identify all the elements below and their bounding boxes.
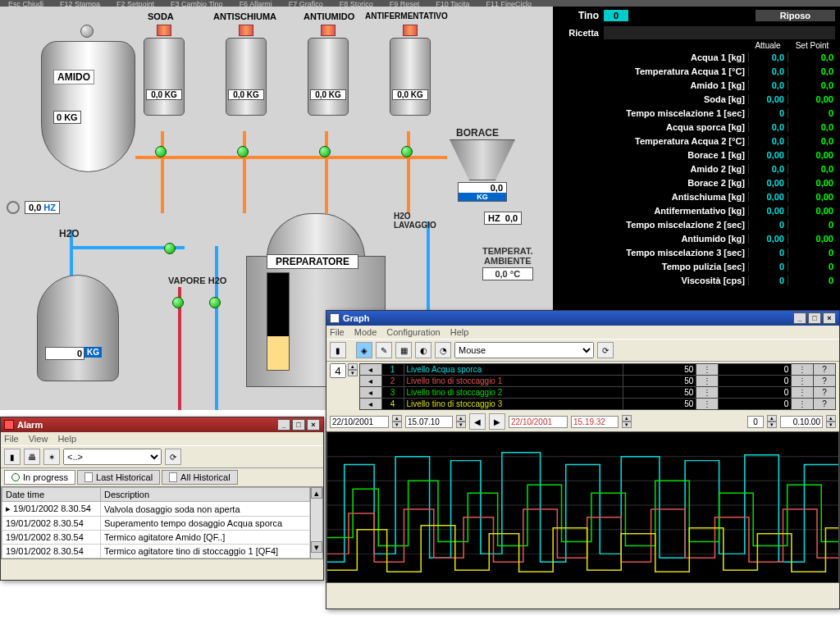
graph-menubar[interactable]: File Mode Configuration Help — [326, 326, 839, 339]
table-row[interactable]: ▸ 19/01/2002 8.30.54Valvola dosaggio sod… — [2, 502, 310, 517]
data-row: Soda [kg]0,000,00 — [553, 92, 840, 106]
h2o-label: H2O — [59, 228, 80, 239]
alarm-table[interactable]: Date timeDescription ▸ 19/01/2002 8.30.5… — [2, 487, 310, 558]
tank-antiumido: 0,0 KG — [304, 25, 353, 116]
data-row: Temperatura Acqua 1 [°C]0,00,0 — [553, 64, 840, 78]
maximize-button[interactable]: □ — [808, 312, 821, 324]
tank-antifermentativo: 0,0 KG — [386, 25, 435, 116]
data-row: Amido 2 [kg]0,00,0 — [553, 162, 840, 175]
valve-h2o[interactable] — [209, 297, 221, 308]
signal-row[interactable]: ◂2Livello tino di stoccaggio 150⋮0⋮? — [360, 376, 836, 387]
data-row: Tempo pulizia [sec]00 — [553, 259, 840, 273]
data-row: Tempo miscelazione 1 [sec]00 — [553, 106, 840, 120]
toolbar-btn[interactable]: ⟳ — [597, 342, 614, 358]
span-h-input[interactable] — [747, 416, 764, 428]
data-row: Borace 1 [kg]0,000,00 — [553, 148, 840, 162]
time-from-input[interactable] — [405, 416, 453, 428]
toolbar-btn[interactable]: ◐ — [415, 342, 431, 358]
date-from-input[interactable] — [330, 416, 389, 428]
alarm-title: Alarm — [17, 420, 43, 430]
table-row[interactable]: 19/01/2002 8.30.54Superamento tempo dosa… — [2, 517, 310, 531]
doc-icon — [169, 472, 177, 482]
window-graph[interactable]: Graph _ □ × File Mode Configuration Help… — [326, 310, 840, 609]
data-row: Acqua 1 [kg]0,00,0 — [553, 50, 840, 64]
toolbar-btn[interactable]: ▦ — [395, 342, 412, 358]
data-row: Tempo miscelazione 3 [sec]00 — [553, 245, 840, 259]
graph-title: Graph — [343, 313, 369, 323]
tank-lower-left: 0 KG — [37, 275, 119, 410]
graph-icon — [330, 313, 340, 323]
data-row: Viscosità [cps]00 — [553, 273, 840, 287]
time-to-input[interactable] — [571, 416, 619, 428]
doc-icon — [84, 472, 93, 482]
alarm-icon — [4, 420, 14, 430]
valve-vapore[interactable] — [172, 297, 184, 308]
toolbar-btn-1[interactable]: ▮ — [4, 449, 21, 465]
hopper-borace: 0,0KG — [441, 139, 523, 202]
ricetta-value — [604, 26, 835, 39]
data-row: Temperatura Acqua 2 [°C]0,00,0 — [553, 134, 840, 148]
level-sight — [267, 272, 290, 371]
data-row: Acqua sporca [kg]0,00,0 — [553, 120, 840, 134]
refresh-button[interactable]: ⟳ — [165, 449, 181, 465]
hz-left-readout: 0,0 HZ — [25, 201, 60, 214]
cursor-select[interactable]: Mouse — [454, 342, 594, 358]
toolbar-btn[interactable]: ▮ — [330, 342, 346, 358]
toolbar-btn-3[interactable]: ✶ — [43, 449, 60, 465]
tank-antischiuma: 0,0 KG — [221, 25, 271, 116]
minimize-button[interactable]: _ — [793, 312, 806, 324]
amido-value: 0 KG — [53, 111, 81, 124]
graph-plot-area[interactable] — [326, 431, 839, 583]
signal-row[interactable]: ◂3Livello tino di stoccaggio 250⋮0⋮? — [360, 387, 836, 399]
toolbar-btn[interactable]: ◔ — [435, 342, 451, 358]
table-row[interactable]: 19/01/2002 8.30.54Termico agitatore tino… — [2, 545, 310, 558]
tank-amido: AMIDO 0 KG — [41, 41, 135, 197]
tab-in-progress[interactable]: In progress — [4, 470, 75, 485]
data-row: Antiumido [kg]0,000,00 — [553, 231, 840, 245]
minimize-button[interactable]: _ — [277, 419, 290, 431]
valve-soda[interactable] — [155, 146, 167, 157]
valve-antiferm[interactable] — [401, 146, 413, 157]
toolbar-btn[interactable]: ◈ — [356, 342, 372, 358]
valve-mix[interactable] — [164, 243, 176, 254]
borace-label: BORACE — [456, 127, 499, 139]
filter-select[interactable]: <..> — [63, 449, 162, 465]
print-button[interactable]: 🖶 — [24, 449, 40, 465]
amido-label: AMIDO — [53, 70, 94, 84]
signal-group-input[interactable] — [330, 363, 346, 378]
signal-row[interactable]: ◂4Livello tino di stoccaggio 350⋮0⋮? — [360, 399, 836, 410]
tab-all-historical[interactable]: All Historical — [162, 470, 238, 485]
valve-antischiuma[interactable] — [237, 146, 249, 157]
date-to-input[interactable] — [509, 416, 568, 428]
data-row: Tempo miscelazione 2 [sec]00 — [553, 217, 840, 231]
valve-antiumido[interactable] — [319, 146, 331, 157]
window-alarm[interactable]: Alarm _ □ × File View Help ▮ 🖶 ✶ <..> ⟳ … — [0, 417, 324, 581]
data-row: Antifermentativo [kg]0,000,00 — [553, 203, 840, 217]
tino-value: 0 — [604, 10, 628, 21]
scrollbar[interactable]: ▴ ▾ — [310, 487, 322, 558]
data-row: Borace 2 [kg]0,000,00 — [553, 175, 840, 189]
next-button[interactable]: ▶ — [489, 413, 505, 430]
tab-last-historical[interactable]: Last Historical — [77, 470, 160, 485]
signal-row[interactable]: ◂1Livello Acqua sporca50⋮0⋮? — [360, 364, 836, 376]
close-button[interactable]: × — [307, 419, 320, 431]
close-button[interactable]: × — [823, 312, 836, 324]
data-row: Antischiuma [kg]0,000,00 — [553, 189, 840, 203]
alarm-menubar[interactable]: File View Help — [1, 432, 323, 445]
clock-icon — [11, 473, 20, 481]
data-panel: Tino 0 Riposo Ricetta AttualeSet Point A… — [553, 7, 840, 310]
table-row[interactable]: 19/01/2002 8.30.54Termico agitatore Amid… — [2, 531, 310, 545]
motor-icon — [7, 201, 20, 214]
tank-soda: 0,0 KG — [139, 25, 189, 116]
toolbar-btn[interactable]: ✎ — [376, 342, 392, 358]
status-riposo: Riposo — [756, 10, 835, 21]
prev-button[interactable]: ◀ — [469, 413, 486, 430]
hz-right-readout: HZ 0,0 — [484, 212, 522, 225]
signal-table[interactable]: ◂1Livello Acqua sporca50⋮0⋮?◂2Livello ti… — [359, 363, 836, 410]
data-row: Amido 1 [kg]0,00,0 — [553, 78, 840, 92]
temp-ambiente: TEMPERAT. AMBIENTE 0,0 °C — [482, 246, 533, 280]
span-m-input[interactable] — [780, 416, 823, 428]
maximize-button[interactable]: □ — [292, 419, 305, 431]
top-menu-bar: Esc ChiudiF12 StampaF2 SetpointF3 Cambio… — [0, 0, 840, 7]
